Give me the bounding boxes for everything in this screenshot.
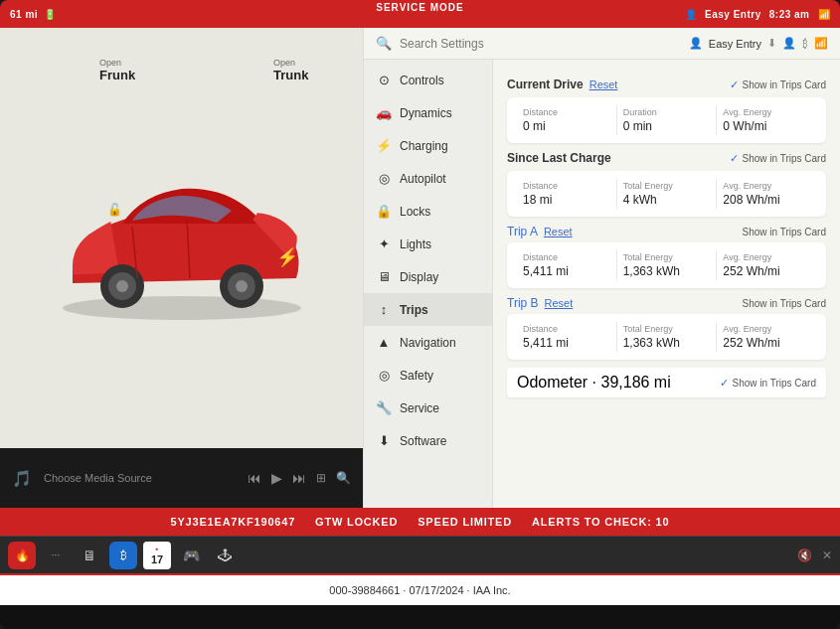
- nav-item-dynamics[interactable]: 🚗 Dynamics: [364, 96, 492, 129]
- nav-item-locks[interactable]: 🔒 Locks: [364, 195, 492, 228]
- trip-a-card: Distance 5,411 mi Total Energy 1,363 kWh…: [507, 242, 826, 288]
- trip-a-avg-energy: Avg. Energy 252 Wh/mi: [717, 250, 816, 280]
- current-drive-header: Current Drive Reset ✓ Show in Trips Card: [507, 78, 826, 91]
- svg-point-3: [116, 280, 128, 292]
- trip-a-show-trips[interactable]: Show in Trips Card: [743, 227, 826, 237]
- music-icon: 🎵: [12, 469, 32, 488]
- since-charge-card: Distance 18 mi Total Energy 4 kWh Avg. E…: [507, 171, 826, 217]
- nav-item-safety[interactable]: ◎ Safety: [364, 359, 492, 392]
- safety-icon: ◎: [376, 368, 392, 383]
- frunk-main-label: Frunk: [99, 68, 135, 82]
- autopilot-icon: ◎: [376, 171, 392, 186]
- volume-icon[interactable]: 🔇: [797, 549, 812, 562]
- current-duration-label: Duration: [623, 107, 711, 117]
- trip-b-distance-label: Distance: [523, 324, 610, 334]
- taskbar-joystick[interactable]: 🕹: [211, 542, 239, 569]
- show-trips-label-4: Show in Trips Card: [743, 298, 826, 309]
- person-icon: 👤: [685, 9, 698, 20]
- locks-label: Locks: [400, 205, 430, 219]
- lights-icon: ✦: [376, 236, 392, 251]
- trip-a-total-value: 1,363 kWh: [623, 264, 711, 278]
- charging-label: Charging: [400, 139, 448, 153]
- since-total-value: 4 kWh: [623, 193, 711, 207]
- trip-a-total-label: Total Energy: [623, 252, 711, 262]
- close-x[interactable]: ✕: [822, 549, 832, 562]
- since-distance: Distance 18 mi: [517, 179, 617, 209]
- trips-icon: ↕: [376, 302, 392, 317]
- locks-icon: 🔒: [376, 204, 392, 219]
- taskbar-game[interactable]: 🎮: [177, 542, 205, 569]
- since-avg-value: 208 Wh/mi: [723, 193, 810, 207]
- play-button[interactable]: ▶: [271, 470, 282, 486]
- choose-media-text[interactable]: Choose Media Source: [44, 472, 152, 484]
- since-distance-label: Distance: [523, 181, 610, 191]
- charging-icon: ⚡: [376, 138, 392, 153]
- show-trips-label-2: Show in Trips Card: [743, 153, 826, 164]
- bluetooth-icon: ₿: [802, 38, 808, 50]
- nav-item-software[interactable]: ⬇ Software: [364, 424, 492, 457]
- trips-label: Trips: [400, 303, 428, 317]
- dynamics-icon: 🚗: [376, 105, 392, 120]
- top-right-info: 👤 Easy Entry 8:23 am 📶: [685, 9, 830, 20]
- calendar-date: 17: [151, 553, 163, 565]
- trip-b-reset[interactable]: Reset: [545, 297, 574, 309]
- search-input[interactable]: [400, 37, 579, 51]
- trip-b-total-value: 1,363 kWh: [623, 336, 711, 350]
- trunk-open-label: Open: [273, 58, 308, 68]
- controls-icon: ⊙: [376, 73, 392, 87]
- since-distance-value: 18 mi: [523, 193, 610, 207]
- trip-a-header: Trip A Reset Show in Trips Card: [507, 225, 826, 238]
- trip-a-avg-value: 252 Wh/mi: [723, 264, 810, 278]
- equalizer-button[interactable]: ⊞: [316, 471, 326, 485]
- nav-item-navigation[interactable]: ▲ Navigation: [364, 326, 492, 359]
- time-display: 8:23 am: [769, 9, 810, 20]
- current-drive-stats: Distance 0 mi Duration 0 min Avg. Energy…: [517, 105, 816, 135]
- current-drive-show-trips[interactable]: ✓ Show in Trips Card: [730, 79, 826, 91]
- nav-item-display[interactable]: 🖥 Display: [364, 260, 492, 293]
- nav-item-trips[interactable]: ↕ Trips: [364, 293, 492, 326]
- taskbar-app-1[interactable]: 🔥: [8, 542, 36, 569]
- taskbar-app-3[interactable]: 🖥: [76, 542, 103, 569]
- main-content: Open Frunk Open Trunk: [0, 28, 840, 508]
- nav-item-charging[interactable]: ⚡ Charging: [364, 129, 492, 162]
- trip-a-label: Trip A: [507, 225, 538, 238]
- trip-b-header: Trip B Reset Show in Trips Card: [507, 296, 826, 310]
- bottom-status-bar: 5YJ3E1EA7KF190647 GTW LOCKED SPEED LIMIT…: [0, 508, 840, 536]
- odometer-show-label: Show in Trips Card: [733, 378, 816, 389]
- prev-track-button[interactable]: ⏮: [248, 470, 261, 486]
- trip-b-stats: Distance 5,411 mi Total Energy 1,363 kWh…: [517, 322, 816, 352]
- current-avg-value: 0 Wh/mi: [723, 119, 810, 133]
- top-left-info: 61 mi 🔋: [10, 9, 57, 20]
- media-controls: ⏮ ▶ ⏭ ⊞ 🔍: [248, 470, 351, 486]
- trip-b-distance: Distance 5,411 mi: [517, 322, 617, 352]
- trip-b-avg-energy: Avg. Energy 252 Wh/mi: [717, 322, 816, 352]
- trip-a-avg-label: Avg. Energy: [723, 252, 810, 262]
- current-drive-reset[interactable]: Reset: [589, 79, 618, 90]
- taskbar-bluetooth[interactable]: ₿: [109, 542, 137, 569]
- since-charge-stats: Distance 18 mi Total Energy 4 kWh Avg. E…: [517, 179, 816, 209]
- svg-text:🔓: 🔓: [107, 202, 122, 217]
- software-icon: ⬇: [376, 433, 392, 448]
- trip-b-show-trips[interactable]: Show in Trips Card: [743, 298, 826, 309]
- search-media-button[interactable]: 🔍: [336, 471, 351, 485]
- mileage-display: 61 mi: [10, 9, 38, 20]
- taskbar-app-2[interactable]: ···: [42, 542, 70, 569]
- top-status-bar: 61 mi 🔋 SERVICE MODE 👤 Easy Entry 8:23 a…: [0, 0, 840, 28]
- next-track-button[interactable]: ⏭: [292, 470, 306, 486]
- trip-b-distance-value: 5,411 mi: [523, 336, 610, 350]
- nav-item-autopilot[interactable]: ◎ Autopilot: [364, 162, 492, 195]
- nav-item-service[interactable]: 🔧 Service: [364, 392, 492, 424]
- since-charge-show-trips[interactable]: ✓ Show in Trips Card: [730, 152, 826, 165]
- speed-limited: SPEED LIMITED: [418, 516, 512, 528]
- trip-a-reset[interactable]: Reset: [544, 226, 573, 237]
- display-icon: 🖥: [376, 269, 392, 284]
- nav-item-lights[interactable]: ✦ Lights: [364, 228, 492, 260]
- gtw-locked: GTW LOCKED: [315, 516, 398, 528]
- current-drive-card: Distance 0 mi Duration 0 min Avg. Energy…: [507, 97, 826, 143]
- odometer-show-trips[interactable]: ✓ Show in Trips Card: [720, 377, 816, 390]
- service-label: Service: [400, 401, 439, 415]
- taskbar-calendar[interactable]: ▪ 17: [143, 542, 171, 569]
- trip-a-total-energy: Total Energy 1,363 kWh: [617, 250, 718, 280]
- odometer-label: Odometer: [517, 374, 588, 391]
- nav-item-controls[interactable]: ⊙ Controls: [364, 64, 492, 96]
